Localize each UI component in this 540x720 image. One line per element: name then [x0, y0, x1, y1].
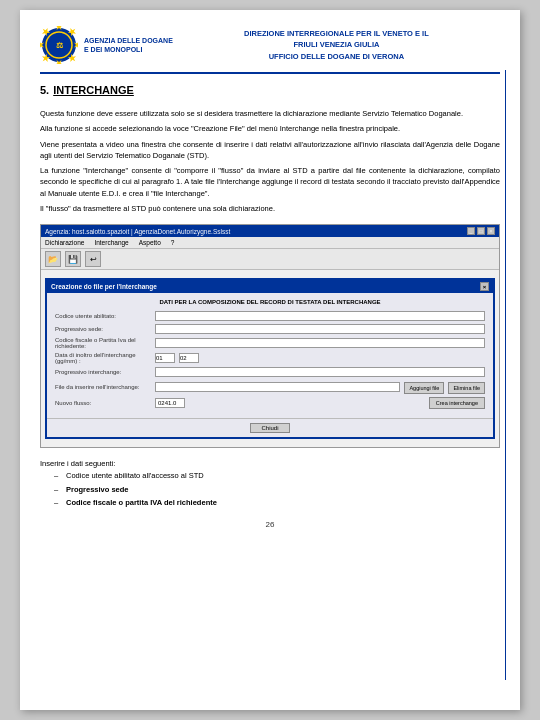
field-codice-utente: Codice utente abilitato:: [55, 311, 485, 321]
paragraph-5: Il "flusso" da trasmettere al STD può co…: [40, 203, 500, 214]
list-item-text-3: Codice fiscale o partita IVA del richied…: [66, 496, 217, 510]
paragraph-2: Alla funzione si accede selezionando la …: [40, 123, 500, 134]
app-screenshot: Agenzia: host.salotto.spazioit | Agenzia…: [40, 224, 500, 448]
dialog-close-button[interactable]: ×: [480, 282, 489, 291]
input-codice-utente[interactable]: [155, 311, 485, 321]
label-file-inserire: File da inserire nell'interchange:: [55, 384, 155, 390]
paragraph-1: Questa funzione deve essere utilizzata s…: [40, 108, 500, 119]
input-data-gg[interactable]: [155, 353, 175, 363]
window-content: Creazione do file per l'Interchange × DA…: [41, 270, 499, 447]
label-nuovo-flusso: Nuovo flusso:: [55, 400, 155, 406]
label-progressivo-interchange: Progressivo interchange:: [55, 369, 155, 375]
field-progressivo-interchange: Progressivo interchange:: [55, 367, 485, 377]
interchange-dialog: Creazione do file per l'Interchange × DA…: [45, 278, 495, 439]
menu-help[interactable]: ?: [171, 239, 175, 246]
back-icon[interactable]: ↩: [85, 251, 101, 267]
dialog-section-label: DATI PER LA COMPOSIZIONE DEL RECORD DI T…: [55, 299, 485, 305]
section-title: INTERCHANGE: [53, 84, 134, 96]
input-codice-fiscale[interactable]: [155, 338, 485, 348]
label-progressivo-sede: Progressivo sede:: [55, 326, 155, 332]
list-item: – Codice fiscale o partita IVA del richi…: [54, 496, 500, 510]
list-item: – Codice utente abilitato all'accesso al…: [54, 469, 500, 483]
field-codice-fiscale: Codice fiscale o Partita Iva del richied…: [55, 337, 485, 349]
list-item: – Progressivo sede: [54, 483, 500, 497]
paragraph-3: Viene presentata a video una finestra ch…: [40, 139, 500, 162]
logo-area: ⚖ AGENZIA DELLE DOGANE E DEI MONOPOLI: [40, 26, 173, 64]
dialog-footer: Chiudi: [47, 418, 493, 437]
list-item-text-2: Progressivo sede: [66, 483, 129, 497]
close-button[interactable]: ×: [487, 227, 495, 235]
dialog-title-text: Creazione do file per l'Interchange: [51, 283, 157, 290]
paragraph-4: La funzione "Interchange" consente di "c…: [40, 165, 500, 199]
bullet-list: – Codice utente abilitato all'accesso al…: [54, 469, 500, 510]
input-nuovo-flusso[interactable]: [155, 398, 185, 408]
crea-interchange-button[interactable]: Crea interchange: [429, 397, 485, 409]
bullet-dash: –: [54, 469, 62, 483]
window-titlebar: Agenzia: host.salotto.spazioit | Agenzia…: [41, 225, 499, 237]
field-file-inserire: File da inserire nell'interchange: Aggiu…: [55, 380, 485, 394]
elimina-file-button[interactable]: Elimina file: [448, 382, 485, 394]
input-file-inserire[interactable]: [155, 382, 400, 392]
field-progressivo-sede: Progressivo sede:: [55, 324, 485, 334]
field-data-inoltro: Data di inoltro dell'interchange (gg/mm)…: [55, 352, 485, 364]
bullet-dash: –: [54, 483, 62, 497]
emblem-icon: ⚖: [40, 26, 78, 64]
chiudi-button[interactable]: Chiudi: [250, 423, 289, 433]
menu-aspetto[interactable]: Aspetto: [139, 239, 161, 246]
input-data-mm[interactable]: [179, 353, 199, 363]
aggiungi-file-button[interactable]: Aggiungi file: [404, 382, 444, 394]
toolbar: 📂 💾 ↩: [41, 249, 499, 270]
org-name: AGENZIA DELLE DOGANE E DEI MONOPOLI: [84, 36, 173, 54]
input-progressivo-sede[interactable]: [155, 324, 485, 334]
dialog-titlebar: Creazione do file per l'Interchange ×: [47, 280, 493, 293]
page-number: 26: [40, 520, 500, 529]
label-data-inoltro: Data di inoltro dell'interchange (gg/mm)…: [55, 352, 155, 364]
list-item-text-1: Codice utente abilitato all'accesso al S…: [66, 469, 204, 483]
label-codice-utente: Codice utente abilitato:: [55, 313, 155, 319]
menubar: Dichiarazione Interchange Aspetto ?: [41, 237, 499, 249]
window-controls: _ □ ×: [467, 227, 495, 235]
save-icon[interactable]: 💾: [65, 251, 81, 267]
field-nuovo-flusso: Nuovo flusso: Crea interchange: [55, 397, 485, 409]
minimize-button[interactable]: _: [467, 227, 475, 235]
bullet-dash: –: [54, 496, 62, 510]
maximize-button[interactable]: □: [477, 227, 485, 235]
dialog-body: DATI PER LA COMPOSIZIONE DEL RECORD DI T…: [47, 293, 493, 418]
input-progressivo-interchange[interactable]: [155, 367, 485, 377]
label-codice-fiscale: Codice fiscale o Partita Iva del richied…: [55, 337, 155, 349]
page: ⚖ AGENZIA DELLE DOGANE E DEI MONOPOLI DI…: [20, 10, 520, 710]
open-icon[interactable]: 📂: [45, 251, 61, 267]
window-title: Agenzia: host.salotto.spazioit | Agenzia…: [45, 228, 230, 235]
header-title: DIREZIONE INTERREGIONALE PER IL VENETO E…: [173, 28, 500, 62]
page-header: ⚖ AGENZIA DELLE DOGANE E DEI MONOPOLI DI…: [40, 26, 500, 74]
bottom-intro: Inserire i dati seguenti:: [40, 458, 500, 469]
section-number: 5.: [40, 84, 49, 96]
menu-dichiarazione[interactable]: Dichiarazione: [45, 239, 84, 246]
right-border-line: [505, 70, 506, 680]
svg-text:⚖: ⚖: [56, 41, 64, 50]
menu-interchange[interactable]: Interchange: [94, 239, 128, 246]
